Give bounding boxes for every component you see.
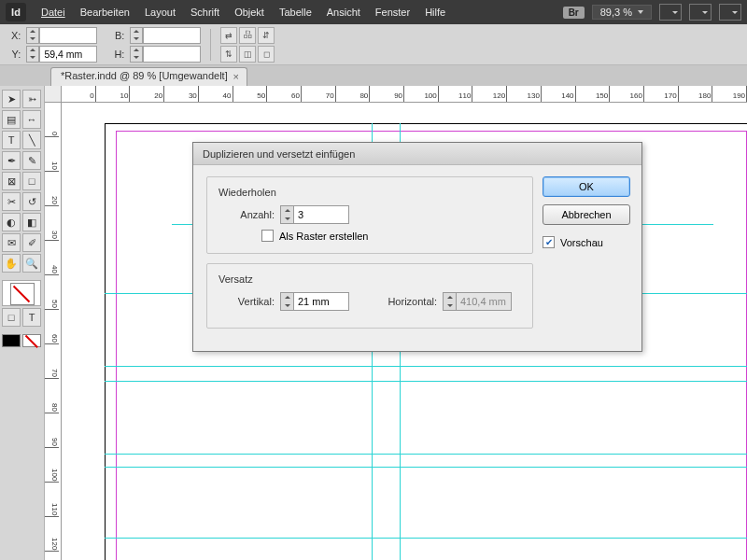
cancel-button[interactable]: Abbrechen [543,204,630,225]
w-stepper[interactable] [130,27,143,44]
y-input[interactable]: 59,4 mm [39,46,97,63]
preview-checkbox[interactable] [543,236,555,248]
arrange-docs-icon[interactable] [689,4,712,21]
step-and-repeat-dialog: Duplizieren und versetzt einfügen Wieder… [192,142,642,352]
select-container-icon[interactable]: ◫ [239,46,256,63]
w-input[interactable] [143,27,201,44]
app-badge-icon: Id [6,3,26,21]
horizontal-stepper[interactable] [443,292,456,311]
eyedropper-tool-icon[interactable]: ✐ [22,233,41,252]
h-input[interactable] [143,46,201,63]
document-tab[interactable]: *Raster.indd @ 89 % [Umgewandelt] × [50,67,247,86]
note-tool-icon[interactable]: ✉ [2,233,21,252]
ok-button[interactable]: OK [543,176,630,197]
rectangle-frame-tool-icon[interactable]: ⊠ [2,172,21,190]
pencil-tool-icon[interactable]: ✎ [22,151,41,170]
menu-object[interactable]: Objekt [227,7,272,18]
formatting-text-icon[interactable]: T [22,308,41,327]
distribute-icon[interactable]: ⇵ [258,27,275,44]
select-content-icon[interactable]: ◻ [258,46,275,63]
x-label: X: [11,30,22,41]
guide-horizontal[interactable] [105,467,747,468]
scissors-tool-icon[interactable]: ✂ [2,192,21,211]
menu-window[interactable]: Fenster [368,7,417,18]
control-bar-icons: ⇄ 品 ⇵ ⇅ ◫ ◻ [220,27,275,63]
preview-label: Vorschau [560,237,603,248]
flip-h-icon[interactable]: ⇄ [220,27,237,44]
control-bar: X: Y: 59,4 mm B: H: ⇄ 品 ⇵ ⇅ ◫ ◻ [0,24,747,65]
zoom-tool-icon[interactable]: 🔍 [22,254,41,273]
vertical-stepper[interactable] [280,292,293,311]
fill-stroke-swatch[interactable] [2,280,41,306]
menu-edit[interactable]: Bearbeiten [73,7,137,18]
type-tool-icon[interactable]: T [2,131,21,149]
chevron-down-icon [638,10,643,14]
menu-view[interactable]: Ansicht [319,7,368,18]
ruler-horizontal[interactable]: 0102030405060708090100110120130140150160… [62,86,747,103]
count-stepper[interactable] [280,205,293,224]
line-tool-icon[interactable]: ╲ [22,131,41,149]
workspace-switcher-icon[interactable] [719,4,741,21]
x-input[interactable] [39,27,97,44]
flip-v-icon[interactable]: ⇅ [220,46,237,63]
x-stepper[interactable] [26,27,39,44]
align-icon[interactable]: 品 [239,27,256,44]
dialog-titlebar[interactable]: Duplizieren und versetzt einfügen [193,143,641,165]
page-tool-icon[interactable]: ▤ [2,110,21,129]
as-grid-checkbox[interactable] [261,230,274,242]
repeat-fieldset: Wiederholen Anzahl: Als Raster erstellen [206,176,533,254]
hand-tool-icon[interactable]: ✋ [2,254,21,273]
vertical-input[interactable] [293,292,349,311]
zoom-dropdown[interactable]: 89,3 % [592,5,652,20]
apply-none-swatch[interactable] [22,334,41,347]
h-stepper[interactable] [130,46,143,63]
offset-fieldset: Versatz Vertikal: Horizontal: [206,263,533,329]
y-stepper[interactable] [26,46,39,63]
h-label: H: [114,49,126,60]
menubar: Id Datei Bearbeiten Layout Schrift Objek… [0,0,747,24]
bridge-icon[interactable]: Br [563,7,585,19]
repeat-legend: Wiederholen [218,187,521,198]
rectangle-tool-icon[interactable]: □ [22,172,41,190]
free-transform-tool-icon[interactable]: ↺ [22,192,41,211]
w-label: B: [114,30,126,41]
y-label: Y: [11,49,22,60]
menu-type[interactable]: Schrift [183,7,227,18]
gradient-swatch-tool-icon[interactable]: ◐ [2,213,21,231]
count-input[interactable] [293,205,349,224]
ruler-vertical[interactable]: 0102030405060708090100110120130 [45,103,62,560]
horizontal-input [456,292,512,311]
menu-layout[interactable]: Layout [137,7,183,18]
gradient-feather-tool-icon[interactable]: ◧ [22,213,41,231]
guide-horizontal[interactable] [105,454,747,455]
offset-legend: Versatz [218,273,521,285]
as-grid-label: Als Raster erstellen [279,231,368,242]
dialog-title: Duplizieren und versetzt einfügen [203,148,355,160]
menu-file[interactable]: Datei [34,7,73,18]
apply-color-swatch[interactable] [2,334,21,347]
menu-table[interactable]: Tabelle [272,7,319,18]
menu-help[interactable]: Hilfe [417,7,453,18]
document-tab-row: *Raster.indd @ 89 % [Umgewandelt] × [0,65,747,86]
horizontal-label: Horizontal: [372,296,437,307]
gap-tool-icon[interactable]: ↔ [22,110,41,129]
document-tab-label: *Raster.indd @ 89 % [Umgewandelt] [61,70,228,81]
selection-tool-icon[interactable]: ➤ [2,90,21,108]
guide-horizontal[interactable] [105,381,747,382]
screen-mode-icon[interactable] [659,4,682,21]
pen-tool-icon[interactable]: ✒ [2,151,21,170]
zoom-value: 89,3 % [600,7,632,18]
ruler-origin[interactable] [45,86,62,103]
vertical-label: Vertikal: [218,296,275,307]
count-label: Anzahl: [218,209,275,220]
guide-horizontal[interactable] [105,538,747,539]
formatting-container-icon[interactable]: □ [2,308,21,327]
direct-selection-tool-icon[interactable]: ➳ [22,90,41,108]
toolbox: ➤➳ ▤↔ T╲ ✒✎ ⊠□ ✂↺ ◐◧ ✉✐ ✋🔍 □T [0,86,45,560]
close-tab-icon[interactable]: × [230,70,243,83]
guide-horizontal[interactable] [105,366,747,367]
